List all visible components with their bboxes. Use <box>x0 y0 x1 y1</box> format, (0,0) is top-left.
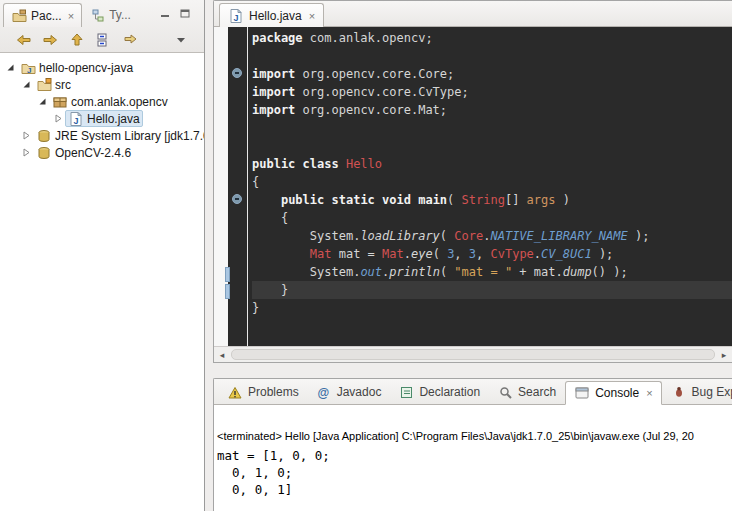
close-icon[interactable]: × <box>309 10 315 22</box>
left-view-chrome: Pac...×Ty... <box>0 0 204 53</box>
svg-text:J: J <box>74 115 79 125</box>
tree-item-body[interactable]: com.anlak.opencv <box>49 93 171 110</box>
problems-icon <box>227 385 243 399</box>
view-tab-problems[interactable]: Problems <box>219 380 307 404</box>
tree-item-hello-java[interactable]: JHello.java <box>0 110 204 127</box>
svg-text:@: @ <box>318 386 330 399</box>
maximize-icon[interactable] <box>179 8 190 18</box>
tree-item-label: hello-opencv-java <box>39 61 133 75</box>
view-tab-label: Search <box>518 385 556 399</box>
code-line-5: import org.opencv.core.Mat; <box>252 101 732 119</box>
bottom-tabbar: Problems@JavadocDeclarationSearchConsole… <box>214 379 732 405</box>
view-tab-ty[interactable]: Ty... <box>82 3 138 27</box>
view-tab-bug-explorer[interactable]: Bug Explorer <box>663 380 732 404</box>
editor-tab-label: Hello.java <box>249 9 302 23</box>
type-hierarchy-icon <box>89 8 105 22</box>
fold-collapse-icon[interactable] <box>232 194 242 204</box>
back-button[interactable] <box>14 31 32 49</box>
code-line-16: } <box>252 299 732 317</box>
view-tab-label: Console <box>595 386 639 400</box>
tree-item-com-anlak-opencv[interactable]: com.anlak.opencv <box>0 93 204 110</box>
console-content[interactable]: <terminated> Hello [Java Application] C:… <box>214 405 732 511</box>
editor-tabbar: J Hello.java × <box>214 1 732 27</box>
view-tab-label: Declaration <box>419 385 480 399</box>
tree-item-body[interactable]: JRE System Library [jdk1.7.0 <box>33 127 204 144</box>
svg-text:J: J <box>234 12 239 22</box>
collapsed-expander-icon[interactable] <box>52 114 65 123</box>
scroll-right-icon[interactable]: ▸ <box>716 350 732 360</box>
java-file-icon: J <box>228 9 244 23</box>
javadoc-icon: @ <box>316 385 332 399</box>
console-output: mat = [1, 0, 0; 0, 1, 0; 0, 0, 1] <box>217 447 728 498</box>
range-indicator <box>225 267 230 282</box>
scroll-left-icon[interactable]: ◂ <box>214 350 230 360</box>
search-icon <box>497 385 513 399</box>
java-file-icon: J <box>68 112 84 126</box>
tree-item-body[interactable]: Jhello-opencv-java <box>17 59 136 76</box>
view-tab-console[interactable]: Console× <box>565 381 661 405</box>
tree-item-body[interactable]: OpenCV-2.4.6 <box>33 144 134 161</box>
tree-item-jre-system-library-jdk1-7-0[interactable]: JRE System Library [jdk1.7.0 <box>0 127 204 144</box>
collapse-all-button[interactable] <box>95 31 113 49</box>
view-tab-javadoc[interactable]: @Javadoc <box>308 380 390 404</box>
editor-body: package com.anlak.opencv;import org.open… <box>214 27 732 346</box>
console-line-3: 0, 0, 1] <box>217 481 728 498</box>
code-line-10: public static void main( String[] args ) <box>252 191 732 209</box>
horizontal-scrollbar[interactable]: ◂ ▸ <box>214 346 732 362</box>
close-icon[interactable]: × <box>646 387 652 399</box>
view-tab-declaration[interactable]: Declaration <box>390 380 488 404</box>
tree-item-label: com.anlak.opencv <box>71 95 168 109</box>
library-icon <box>36 146 52 160</box>
declaration-icon <box>398 385 414 399</box>
view-window-buttons <box>159 8 190 18</box>
tree-item-body[interactable]: JHello.java <box>65 110 143 127</box>
code-line-9: { <box>252 173 732 191</box>
expanded-expander-icon[interactable] <box>36 97 49 106</box>
view-tab-pac[interactable]: Pac...× <box>3 3 82 27</box>
console-line-2: 0, 1, 0; <box>217 464 728 481</box>
code-line-11: { <box>252 209 732 227</box>
tree-item-label: JRE System Library [jdk1.7.0 <box>55 129 204 143</box>
code-line-2 <box>252 47 732 65</box>
left-toolbar <box>0 27 204 52</box>
package-icon <box>52 95 68 109</box>
code-line-3: import org.opencv.core.Core; <box>252 65 732 83</box>
view-tab-label: Problems <box>248 385 299 399</box>
fold-collapse-icon[interactable] <box>232 68 242 78</box>
editor-tab-hello-java[interactable]: J Hello.java × <box>219 3 324 27</box>
expanded-expander-icon[interactable] <box>20 80 33 89</box>
view-tab-search[interactable]: Search <box>489 380 564 404</box>
svg-text:J: J <box>27 66 31 75</box>
collapsed-expander-icon[interactable] <box>20 148 33 157</box>
library-icon <box>36 129 52 143</box>
code-line-1: package com.anlak.opencv; <box>252 29 732 47</box>
editor-area: J Hello.java × package com.anlak.opencv;… <box>213 0 732 363</box>
folding-ruler[interactable] <box>228 27 248 346</box>
tree-item-hello-opencv-java[interactable]: Jhello-opencv-java <box>0 59 204 76</box>
code-line-12: System.loadLibrary( Core.NATIVE_LIBRARY_… <box>252 227 732 245</box>
view-tab-label: Bug Explorer <box>692 385 732 399</box>
view-tab-label: Ty... <box>109 8 131 22</box>
close-icon[interactable]: × <box>68 10 74 22</box>
source-folder-icon <box>36 78 52 92</box>
minimize-icon[interactable] <box>159 8 170 18</box>
expanded-expander-icon[interactable] <box>4 63 17 72</box>
up-button[interactable] <box>68 31 86 49</box>
tree-item-label: OpenCV-2.4.6 <box>55 146 131 160</box>
forward-button[interactable] <box>41 31 59 49</box>
console-header: <terminated> Hello [Java Application] C:… <box>217 430 728 442</box>
scrollbar-thumb[interactable] <box>231 349 715 360</box>
project-tree: Jhello-opencv-javasrccom.anlak.opencvJHe… <box>0 54 204 511</box>
tree-item-body[interactable]: src <box>33 76 74 93</box>
link-editor-button[interactable] <box>122 31 140 49</box>
tree-item-opencv-2-4-6[interactable]: OpenCV-2.4.6 <box>0 144 204 161</box>
collapsed-expander-icon[interactable] <box>20 131 33 140</box>
range-indicator <box>225 284 230 299</box>
view-menu-button[interactable] <box>172 31 190 49</box>
tree-item-src[interactable]: src <box>0 76 204 93</box>
code-editor[interactable]: package com.anlak.opencv;import org.open… <box>248 27 732 346</box>
code-line-14: System.out.println( "mat = " + mat.dump(… <box>252 263 732 281</box>
tree-item-label: src <box>55 78 71 92</box>
console-line-1: mat = [1, 0, 0; <box>217 447 728 464</box>
code-line-7 <box>252 137 732 155</box>
